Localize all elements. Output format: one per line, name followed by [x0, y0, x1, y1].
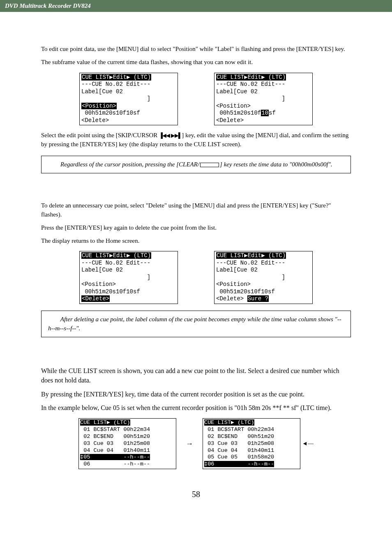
lcd-list-row: CUE LIST▶ (LTC) 01 BC$START 00h22m34 02 … — [41, 418, 351, 469]
note-box-2: After deleting a cue point, the label co… — [41, 311, 351, 338]
lcd-row-2: CUE LIST▶Edit▶ (LTC) ---CUE No.02 Edit--… — [41, 251, 351, 304]
lcd2-time-a: 00h51m20s10f — [216, 110, 261, 116]
page-number: 58 — [41, 490, 351, 499]
list-left-r1: 01 BC$START 00h22m34 — [80, 426, 150, 433]
list-right-r4: 04 Cue 04 01h40m11 — [204, 447, 274, 454]
list-right-r5: 05 Cue 05 01h58m20 — [204, 454, 274, 460]
list-left-r2: 02 BC$END 00h51m20 — [80, 433, 150, 440]
lcd-screen-2: CUE LIST▶Edit▶ (LTC) ---CUE No.02 Edit--… — [214, 73, 313, 126]
list-right-r2: 02 BC$END 00h51m20 — [204, 433, 274, 440]
lcd2-title: CUE LIST▶Edit▶ (LTC) — [216, 74, 286, 81]
list-left-r4: 04 Cue 04 01h40m11 — [80, 447, 150, 454]
lcd1-l1: ---CUE No.02 Edit--- — [81, 81, 150, 88]
lcd-list-left: CUE LIST▶ (LTC) 01 BC$START 00h22m34 02 … — [78, 418, 176, 469]
lcd2-l3: ] — [216, 95, 285, 102]
lcd3-l2: Label[Cue 02 — [81, 267, 123, 273]
header-title: DVD Multitrack Recorder DV824 — [5, 2, 91, 9]
lcd2-time-hl: 10 — [261, 110, 269, 116]
arrow-right-icon: → — [184, 440, 195, 448]
lcd2-delete: <Delete> — [216, 117, 244, 124]
lcd4-time: 00h51m20s10f10sf — [216, 288, 275, 295]
lcd3-delete-hl: <Delete> — [81, 295, 110, 302]
lcd4-sure-hl: Sure ? — [247, 295, 269, 302]
header-bar: DVD Multitrack Recorder DV824 — [0, 0, 392, 12]
para-add-a: While the CUE LIST screen is shown, you … — [41, 366, 351, 385]
para-delete-c: The display returns to the Home screen. — [41, 237, 351, 246]
para-add-c: In the example below, Cue 05 is set when… — [41, 403, 351, 412]
lcd3-l1: ---CUE No.02 Edit--- — [81, 260, 150, 266]
lcd1-l3: ] — [81, 95, 150, 102]
lcd4-l1: ---CUE No.02 Edit--- — [216, 260, 285, 266]
lcd4-title: CUE LIST▶Edit▶ (LTC) — [216, 252, 286, 259]
note1-b: ] key resets the time data to "00h00m00s… — [220, 161, 332, 168]
list-left-r3: 03 Cue 03 01h25m08 — [80, 440, 150, 447]
list-right-r6-hl: ‡06 --h--m-- — [204, 461, 274, 467]
para-delete-a: To delete an unnecessary cue point, sele… — [41, 201, 351, 219]
lcd4-l3: ] — [216, 274, 285, 281]
lcd-screen-4: CUE LIST▶Edit▶ (LTC) ---CUE No.02 Edit--… — [214, 251, 313, 304]
lcd-row-1: CUE LIST▶Edit▶ (LTC) ---CUE No.02 Edit--… — [41, 73, 351, 126]
para-delete-b: Press the [ENTER/YES] key again to delet… — [41, 223, 351, 233]
lcd4-delete: <Delete> — [216, 295, 247, 302]
note2-text: After deleting a cue point, the label co… — [48, 316, 341, 332]
para-select-edit: Select the edit point using the [SKIP/CU… — [41, 131, 351, 149]
list-right-title: CUE LIST▶ (LTC) — [204, 419, 254, 426]
note-box-1: Regardless of the cursor position, press… — [41, 156, 351, 174]
lcd1-delete: <Delete> — [81, 117, 109, 124]
lcd4-l2: Label[Cue 02 — [216, 267, 258, 273]
list-left-r5-hl: ‡05 --h--m-- — [80, 454, 150, 460]
para-add-b: By pressing the [ENTER/YES] key, time da… — [41, 389, 351, 399]
lcd1-l2: Label[Cue 02 — [81, 88, 123, 95]
skip-cursor-icons: ▐◀◀ ▶▶▌ — [159, 132, 182, 138]
lcd-screen-1: CUE LIST▶Edit▶ (LTC) ---CUE No.02 Edit--… — [79, 73, 178, 126]
lcd4-position: <Position> — [216, 281, 251, 288]
list-left-title: CUE LIST▶ (LTC) — [80, 419, 130, 426]
lcd3-l3: ] — [81, 274, 150, 281]
list-left-r6: 06 --h--m-- — [80, 461, 150, 467]
para-edit-sub: The subframe value of the current time d… — [41, 58, 351, 67]
arrow-left-indicator: ◄— — [302, 440, 314, 447]
lcd3-time: 00h51m20s10f10sf — [81, 288, 140, 295]
list-right-r3: 03 Cue 03 01h25m08 — [204, 440, 274, 447]
lcd-screen-3: CUE LIST▶Edit▶ (LTC) ---CUE No.02 Edit--… — [79, 251, 178, 304]
lcd-list-right: CUE LIST▶ (LTC) 01 BC$START 00h22m34 02 … — [203, 418, 300, 469]
page-content: To edit cue point data, use the [MENU] d… — [0, 28, 392, 516]
lcd1-time: 00h51m20s10f10sf — [81, 110, 140, 116]
list-right-r1: 01 BC$START 00h22m34 — [204, 426, 274, 433]
lcd2-l1: ---CUE No.02 Edit--- — [216, 81, 285, 88]
lcd2-time-b: sf — [269, 110, 276, 116]
lcd2-position: <Position> — [216, 103, 251, 109]
para2-a: Select the edit point using the [SKIP/CU… — [41, 132, 159, 138]
note1-a: Regardless of the cursor position, press… — [60, 161, 199, 168]
lcd1-title: CUE LIST▶Edit▶ (LTC) — [81, 74, 151, 81]
lcd3-position: <Position> — [81, 281, 116, 288]
clear-key-icon — [200, 163, 219, 167]
lcd2-l2: Label[Cue 02 — [216, 88, 258, 95]
lcd3-title: CUE LIST▶Edit▶ (LTC) — [81, 252, 151, 259]
lcd1-position-hl: <Position> — [81, 103, 117, 109]
para-edit-intro: To edit cue point data, use the [MENU] d… — [41, 45, 351, 54]
